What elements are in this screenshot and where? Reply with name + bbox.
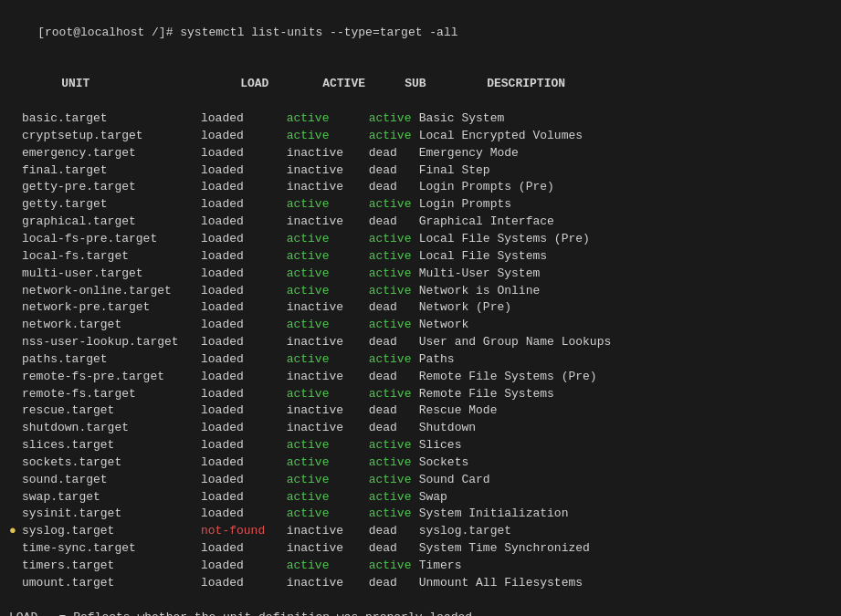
unit-load: loaded [201, 540, 287, 558]
unit-desc: System Initialization [419, 506, 569, 520]
unit-load: loaded [201, 266, 287, 283]
unit-load: loaded [201, 214, 287, 231]
unit-active: active [287, 231, 369, 248]
table-row: cryptsetup.target loaded active active L… [9, 128, 832, 145]
unit-name: emergency.target [22, 145, 201, 162]
unit-active: active [287, 558, 369, 575]
unit-active: inactive [287, 540, 369, 558]
unit-name: time-sync.target [22, 540, 201, 558]
unit-active: inactive [287, 145, 369, 162]
unit-name: network.target [22, 317, 201, 334]
command-line: [root@localhost /]# systemctl list-units… [9, 7, 832, 59]
bullet-icon [9, 128, 22, 145]
unit-sub: dead [369, 162, 419, 180]
unit-load: loaded [201, 283, 287, 300]
unit-active: active [287, 128, 369, 145]
unit-sub: active [369, 317, 419, 334]
unit-active: active [287, 317, 369, 334]
unit-desc: Unmount All Filesystems [419, 576, 583, 590]
unit-sub: dead [369, 299, 419, 317]
unit-active: inactive [287, 214, 369, 231]
unit-desc: Rescue Mode [419, 403, 498, 417]
unit-load: loaded [201, 506, 287, 523]
bullet-icon [9, 351, 22, 369]
bullet-icon [9, 575, 22, 592]
unit-desc: Login Prompts [419, 197, 511, 211]
unit-active: inactive [287, 575, 369, 592]
unit-name: sockets.target [22, 454, 201, 472]
unit-load: loaded [201, 437, 287, 454]
bullet-icon [9, 437, 22, 454]
table-row: time-sync.target loaded inactive dead Sy… [9, 540, 832, 558]
unit-name: sound.target [22, 472, 201, 489]
bullet-icon [9, 283, 22, 300]
unit-active: active [287, 351, 369, 369]
unit-name: swap.target [22, 489, 201, 506]
unit-sub: dead [369, 540, 419, 558]
unit-desc: Final Step [419, 163, 490, 177]
unit-name: nss-user-lookup.target [22, 334, 201, 351]
unit-desc: Local File Systems [419, 249, 547, 263]
bullet-icon [9, 472, 22, 489]
table-row: sysinit.target loaded active active Syst… [9, 506, 832, 523]
unit-active: active [287, 506, 369, 523]
table-row: getty.target loaded active active Login … [9, 196, 832, 214]
bullet-icon [9, 231, 22, 248]
unit-sub: active [369, 196, 419, 214]
unit-name: getty.target [22, 196, 201, 214]
unit-load: loaded [201, 489, 287, 506]
unit-desc: Emergency Mode [419, 146, 519, 160]
unit-load: loaded [201, 454, 287, 472]
bullet-icon [9, 402, 22, 420]
unit-active: inactive [287, 420, 369, 437]
unit-desc: Basic System [419, 111, 505, 125]
unit-sub: active [369, 266, 419, 283]
unit-sub: dead [369, 145, 419, 162]
table-header: UNITLOADACTIVESUBDESCRIPTION [9, 59, 832, 111]
unit-sub: active [369, 351, 419, 369]
unit-load: loaded [201, 110, 287, 128]
bullet-icon [9, 334, 22, 351]
table-row: sound.target loaded active active Sound … [9, 472, 832, 489]
unit-name: network-pre.target [22, 299, 201, 317]
unit-name: slices.target [22, 437, 201, 454]
unit-sub: dead [369, 575, 419, 592]
unit-name: getty-pre.target [22, 179, 201, 196]
col-sub-header: SUB [405, 76, 487, 93]
unit-load: loaded [201, 351, 287, 369]
unit-load: loaded [201, 317, 287, 334]
unit-name: syslog.target [22, 523, 201, 540]
unit-name: local-fs.target [22, 248, 201, 266]
unit-load: loaded [201, 420, 287, 437]
unit-sub: dead [369, 214, 419, 231]
bullet-icon [9, 454, 22, 472]
table-row: sockets.target loaded active active Sock… [9, 454, 832, 472]
unit-load: loaded [201, 369, 287, 386]
unit-sub: active [369, 248, 419, 266]
unit-load: loaded [201, 231, 287, 248]
unit-name: paths.target [22, 351, 201, 369]
unit-desc: Login Prompts (Pre) [419, 180, 554, 193]
command: systemctl list-units --type=target -all [180, 26, 457, 39]
unit-sub: active [369, 110, 419, 128]
unit-load: loaded [201, 386, 287, 403]
unit-name: multi-user.target [22, 266, 201, 283]
unit-active: inactive [287, 162, 369, 180]
unit-active: inactive [287, 402, 369, 420]
unit-name: remote-fs.target [22, 386, 201, 403]
bullet-icon [9, 162, 22, 180]
unit-active: active [287, 472, 369, 489]
unit-active: active [287, 386, 369, 403]
unit-desc: Sockets [419, 455, 469, 469]
col-desc-header: DESCRIPTION [487, 77, 565, 90]
unit-active: inactive [287, 179, 369, 196]
unit-active: inactive [287, 369, 369, 386]
table-row: timers.target loaded active active Timer… [9, 558, 832, 575]
unit-load: loaded [201, 248, 287, 266]
table-row: paths.target loaded active active Paths [9, 351, 832, 369]
unit-name: timers.target [22, 558, 201, 575]
table-row: shutdown.target loaded inactive dead Shu… [9, 420, 832, 437]
unit-sub: active [369, 128, 419, 145]
bullet-icon [9, 506, 22, 523]
unit-desc: Network (Pre) [419, 300, 511, 314]
